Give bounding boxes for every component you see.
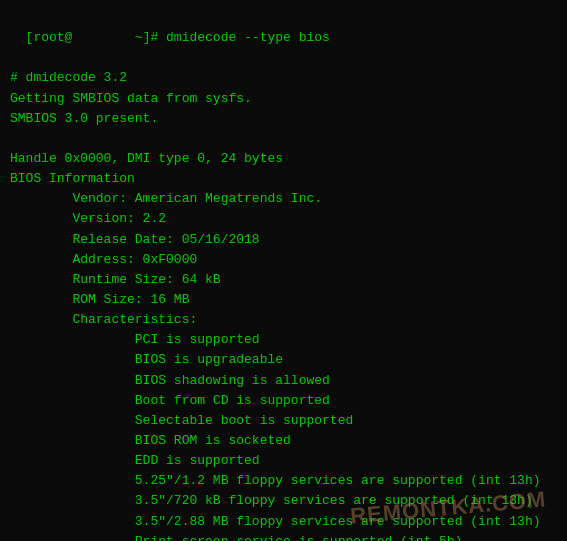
output-lines: # dmidecode 3.2 Getting SMBIOS data from… [10,70,541,541]
prompt-line: [root@ ~]# dmidecode --type bios [26,30,330,45]
terminal-window: [root@ ~]# dmidecode --type bios # dmide… [0,0,567,541]
